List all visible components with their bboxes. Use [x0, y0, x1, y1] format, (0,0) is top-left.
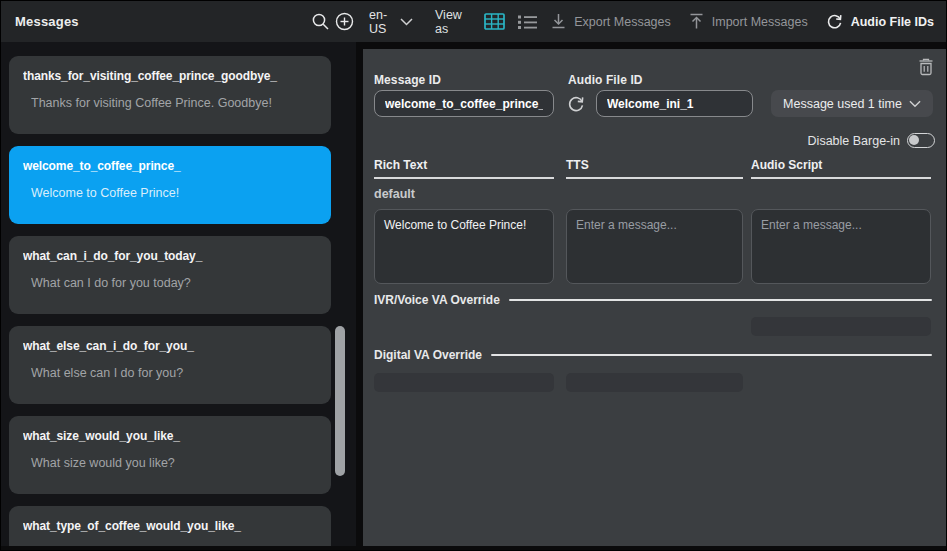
message-usage-dropdown[interactable]: Message used 1 time: [771, 90, 933, 117]
message-id-label: Message ID: [374, 73, 441, 87]
column-header-audio-script: Audio Script: [751, 158, 931, 179]
message-card[interactable]: what_else_can_i_do_for_you_ What else ca…: [9, 326, 331, 404]
trash-icon: [918, 58, 934, 76]
ivr-audio-script-placeholder[interactable]: [751, 317, 931, 336]
section-divider-line: [509, 299, 932, 301]
message-usage-label: Message used 1 time: [783, 97, 902, 111]
audio-file-ids-label: Audio File IDs: [851, 15, 934, 29]
refresh-audio-id-button[interactable]: [567, 95, 585, 113]
message-card-text: Thanks for visiting Coffee Prince. Goodb…: [31, 96, 321, 110]
list-scrollbar[interactable]: [335, 326, 345, 476]
tts-input[interactable]: [566, 209, 743, 284]
audio-file-id-input[interactable]: [596, 90, 753, 117]
message-card-id: what_size_would_you_like_: [23, 429, 321, 443]
audio-file-ids-button[interactable]: Audio File IDs: [826, 13, 934, 30]
message-card-text: What size would you like?: [31, 456, 321, 470]
message-card-text: Welcome to Coffee Prince!: [31, 186, 321, 200]
plus-circle-icon: [335, 12, 354, 31]
message-card-text: What can I do for you today?: [31, 276, 321, 290]
ivr-voice-override-label: IVR/Voice VA Override: [374, 293, 500, 307]
view-list-toggle[interactable]: [517, 14, 537, 30]
grid-view-icon: [484, 13, 505, 30]
refresh-icon: [826, 13, 843, 30]
view-as-label: View as: [435, 8, 470, 36]
refresh-icon: [567, 95, 585, 113]
export-messages-button[interactable]: Export Messages: [551, 13, 671, 30]
panel-divider: [356, 42, 363, 546]
message-detail-panel: Message ID Audio File ID Message used 1 …: [363, 49, 947, 546]
search-icon: [311, 12, 330, 31]
language-group-label: default: [374, 187, 415, 201]
message-card[interactable]: what_size_would_you_like_ What size woul…: [9, 416, 331, 494]
message-card-id: what_can_i_do_for_you_today_: [23, 249, 321, 263]
chevron-down-icon: [400, 18, 413, 26]
message-id-input[interactable]: [374, 90, 554, 117]
column-header-tts: TTS: [566, 158, 743, 179]
digital-va-override-section: Digital VA Override: [374, 348, 932, 362]
add-message-button[interactable]: [333, 11, 355, 33]
section-divider-line: [491, 354, 932, 356]
audio-file-id-label: Audio File ID: [568, 73, 643, 87]
top-bar-left: Messages: [1, 11, 363, 33]
barge-in-row: Disable Barge-in: [808, 133, 935, 148]
window-bottom-edge: [1, 546, 947, 551]
message-card[interactable]: what_type_of_coffee_would_you_like_ What…: [9, 506, 331, 546]
view-grid-toggle[interactable]: [484, 13, 505, 30]
list-view-icon: [517, 14, 537, 30]
chevron-down-icon: [909, 100, 921, 108]
digital-tts-placeholder[interactable]: [566, 373, 743, 392]
import-messages-button[interactable]: Import Messages: [689, 13, 808, 30]
digital-va-override-label: Digital VA Override: [374, 348, 482, 362]
disable-barge-in-toggle[interactable]: [907, 133, 935, 148]
upload-icon: [689, 13, 704, 30]
import-messages-label: Import Messages: [712, 15, 808, 29]
ivr-voice-override-section: IVR/Voice VA Override: [374, 293, 932, 307]
page-title: Messages: [15, 14, 307, 29]
rich-text-input[interactable]: Welcome to Coffee Prince!: [374, 209, 554, 284]
delete-message-button[interactable]: [916, 56, 936, 78]
digital-rich-text-placeholder[interactable]: [374, 373, 554, 392]
export-messages-label: Export Messages: [574, 15, 671, 29]
message-list-panel: thanks_for_visiting_coffee_prince_goodby…: [1, 42, 356, 546]
message-card[interactable]: thanks_for_visiting_coffee_prince_goodby…: [9, 56, 331, 134]
message-card-id: what_type_of_coffee_would_you_like_: [23, 519, 321, 533]
message-card-id: welcome_to_coffee_prince_: [23, 159, 321, 173]
message-list: thanks_for_visiting_coffee_prince_goodby…: [1, 56, 356, 546]
top-bar-right: en-US View as Export Message: [363, 8, 947, 36]
search-button[interactable]: [309, 11, 331, 33]
message-card-id: what_else_can_i_do_for_you_: [23, 339, 321, 353]
messages-app-window: Messages en-US View as: [0, 0, 947, 551]
message-card[interactable]: what_can_i_do_for_you_today_ What can I …: [9, 236, 331, 314]
locale-selector[interactable]: en-US: [369, 8, 413, 36]
toggle-knob: [909, 135, 919, 145]
disable-barge-in-label: Disable Barge-in: [808, 134, 900, 148]
download-icon: [551, 13, 566, 30]
top-bar: Messages en-US View as: [1, 1, 947, 42]
audio-script-input[interactable]: [751, 209, 931, 284]
message-card-text: What else can I do for you?: [31, 366, 321, 380]
message-card-id: thanks_for_visiting_coffee_prince_goodby…: [23, 69, 321, 83]
message-card[interactable]: welcome_to_coffee_prince_ Welcome to Cof…: [9, 146, 331, 224]
locale-value: en-US: [369, 8, 394, 36]
column-header-rich-text: Rich Text: [374, 158, 554, 179]
